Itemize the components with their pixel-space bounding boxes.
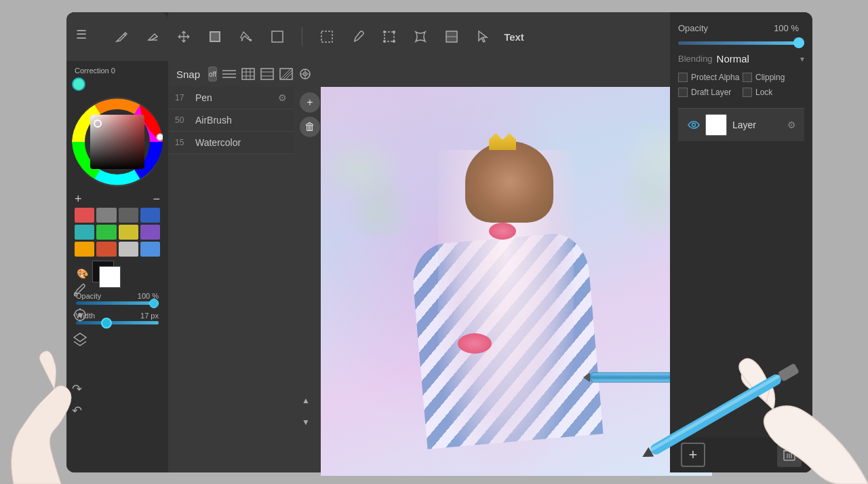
brush-watercolor-name: Watercolor (195, 137, 241, 148)
pen-tool[interactable] (112, 27, 131, 46)
lock-box[interactable] (743, 88, 752, 97)
transform-tool[interactable] (380, 27, 399, 46)
artwork-bow2 (458, 333, 492, 354)
right-panel: Opacity 100 % Blending Normal ▾ Protect … (670, 12, 812, 472)
color-mode-icon[interactable]: 🎨 (75, 266, 90, 281)
swatch-teal[interactable] (75, 225, 94, 240)
add-brush-button[interactable]: + (300, 92, 320, 113)
brush-width-thumb[interactable] (101, 318, 112, 329)
warp-tool[interactable] (411, 27, 430, 46)
brush-item-watercolor[interactable]: 15 Watercolor (168, 132, 294, 154)
protect-alpha-checkbox[interactable]: Protect Alpha (678, 73, 740, 82)
brush-actions: + 🗑 (296, 87, 324, 143)
lock-checkbox[interactable]: Lock (743, 88, 804, 97)
snap-hlines-icon[interactable] (260, 67, 274, 81)
svg-line-21 (280, 69, 291, 79)
cut-tool[interactable] (442, 27, 461, 46)
rect-select-tool[interactable] (205, 27, 224, 46)
brush-pen-settings-icon[interactable]: ⚙ (278, 92, 287, 103)
draft-layer-checkbox[interactable]: Draft Layer (678, 88, 740, 97)
brush-tool-icon[interactable] (72, 282, 88, 301)
snap-off-button[interactable]: off (208, 67, 217, 81)
left-tool-icons (66, 282, 94, 350)
color-picker-icon[interactable] (72, 307, 88, 326)
clipping-box[interactable] (743, 73, 752, 82)
layer-checkboxes: Protect Alpha Clipping Draft Layer Lock (678, 73, 804, 97)
layer-opacity-slider[interactable] (678, 41, 804, 45)
color-wheel-container[interactable] (72, 96, 163, 187)
background-color[interactable] (99, 266, 121, 288)
swatch-lightgray[interactable] (119, 242, 138, 257)
select-tool[interactable] (473, 27, 492, 46)
marquee-tool[interactable] (317, 27, 336, 46)
correction-label: Correction 0 (72, 67, 163, 75)
blending-label: Blending (678, 54, 713, 64)
swatch-red[interactable] (75, 208, 94, 223)
canvas-area[interactable] (321, 87, 712, 476)
foreground-background-chips[interactable] (92, 261, 122, 286)
blending-arrow-icon: ▾ (800, 54, 804, 64)
swatch-orange[interactable] (75, 242, 94, 257)
swatch-darkgray[interactable] (119, 208, 138, 223)
snap-bar: Snap off (168, 61, 184, 87)
remove-swatch-button[interactable]: − (153, 193, 160, 205)
swatch-yellow[interactable] (119, 225, 138, 240)
add-swatch-button[interactable]: + (75, 193, 82, 205)
eyedropper-tool[interactable] (349, 27, 368, 46)
clipping-checkbox[interactable]: Clipping (743, 73, 804, 82)
swatch-green[interactable] (96, 225, 116, 240)
undo-icon[interactable]: ↶ (72, 403, 82, 418)
undo-redo-icons: ↷ ↶ (72, 381, 82, 418)
layer-move-tool[interactable] (268, 27, 287, 46)
menu-icon[interactable]: ☰ (76, 27, 87, 42)
snap-radial-icon[interactable] (298, 67, 312, 81)
clipping-label: Clipping (755, 73, 785, 82)
swatch-lightblue[interactable] (140, 242, 160, 257)
layer-name: Layer (732, 119, 787, 130)
redo-icon[interactable]: ↷ (72, 381, 82, 396)
layers-icon[interactable] (72, 331, 88, 350)
text-tool-label: Text (504, 31, 524, 43)
brush-airbrush-num: 50 (175, 115, 189, 125)
color-wheel[interactable] (72, 96, 163, 187)
svg-point-5 (393, 31, 395, 33)
layer-row[interactable]: Layer ⚙ (678, 108, 804, 141)
snap-lines-icon[interactable] (222, 67, 236, 81)
add-layer-icon: + (689, 446, 698, 464)
svg-point-6 (383, 40, 386, 43)
svg-rect-0 (210, 32, 220, 41)
fill-tool[interactable] (237, 27, 256, 46)
svg-point-39 (78, 313, 82, 317)
delete-brush-button[interactable]: 🗑 (300, 117, 320, 137)
svg-rect-3 (384, 32, 394, 41)
brush-scroll-up-button[interactable]: ▲ (296, 391, 316, 410)
swatch-brown[interactable] (96, 242, 116, 257)
swatch-purple[interactable] (140, 225, 160, 240)
svg-line-22 (283, 70, 292, 79)
snap-grid-icon[interactable] (241, 67, 255, 81)
svg-point-7 (393, 40, 395, 43)
swatch-blue[interactable] (140, 208, 160, 223)
blending-row[interactable]: Blending Normal ▾ (678, 53, 804, 64)
brush-item-airbrush[interactable]: 50 AirBrush (168, 109, 294, 132)
correction-thumb[interactable] (72, 77, 85, 91)
add-layer-button[interactable]: + (681, 443, 705, 467)
protect-alpha-box[interactable] (678, 73, 688, 82)
delete-layer-button[interactable] (777, 443, 802, 467)
text-tool[interactable]: Text (505, 27, 524, 46)
brush-item-pen[interactable]: 17 Pen ⚙ (168, 87, 294, 109)
canvas-artwork (321, 87, 712, 476)
layer-opacity-value: 100 % (774, 23, 799, 33)
brush-opacity-thumb[interactable] (149, 299, 159, 308)
brush-list: 17 Pen ⚙ 50 AirBrush 15 Watercolor (168, 87, 294, 154)
snap-hatching-icon[interactable] (279, 67, 293, 81)
layer-visibility-icon[interactable] (686, 117, 701, 132)
tablet-frame: Text Snap off (66, 12, 812, 472)
draft-layer-box[interactable] (678, 88, 688, 97)
brush-scroll-down-button[interactable]: ▼ (296, 413, 316, 432)
eraser-tool[interactable] (143, 27, 162, 46)
move-tool[interactable] (174, 27, 193, 46)
layer-settings-icon[interactable]: ⚙ (787, 119, 796, 130)
left-sidebar: Text Snap off (66, 12, 168, 472)
swatch-gray[interactable] (96, 208, 116, 223)
